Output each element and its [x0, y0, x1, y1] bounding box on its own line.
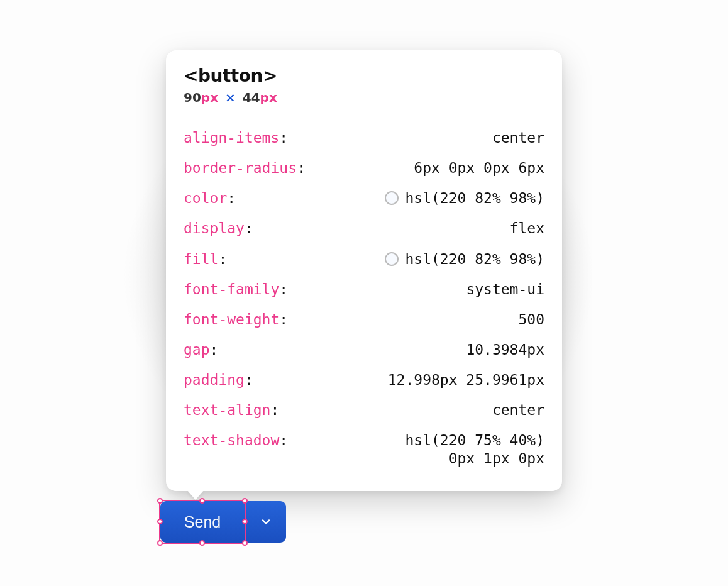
dimension-width-unit: px [201, 90, 218, 105]
css-property-key: padding [184, 372, 253, 387]
css-property-row: align-itemscenter [184, 123, 544, 153]
color-swatch [385, 191, 399, 205]
css-property-value: hsl(220 82% 98%) [385, 191, 544, 206]
css-property-value: hsl(220 82% 98%) [385, 252, 544, 267]
send-button-label: Send [184, 513, 221, 531]
css-property-row: fillhsl(220 82% 98%) [184, 244, 544, 274]
css-property-value: 500 [518, 312, 544, 327]
css-property-value: hsl(220 75% 40%)0px 1px 0px [405, 433, 544, 465]
css-property-row: font-weight500 [184, 304, 544, 334]
css-property-value: 12.998px 25.9961px [388, 372, 544, 387]
send-button-group: Send [160, 501, 286, 543]
css-property-key: color [184, 191, 236, 206]
css-properties-list: align-itemscenterborder-radius6px 0px 0p… [184, 123, 544, 473]
css-property-key: gap [184, 342, 218, 357]
css-property-row: text-shadowhsl(220 75% 40%)0px 1px 0px [184, 425, 544, 473]
css-property-value: 6px 0px 0px 6px [414, 160, 544, 175]
element-dimensions: 90px × 44px [184, 90, 544, 105]
css-property-row: colorhsl(220 82% 98%) [184, 183, 544, 213]
css-property-value: flex [510, 221, 544, 236]
css-inspector-tooltip: <button> 90px × 44px align-itemscenterbo… [166, 50, 562, 491]
css-property-key: display [184, 221, 253, 236]
chevron-down-icon [260, 516, 272, 528]
send-dropdown-button[interactable] [245, 501, 286, 543]
color-swatch [385, 252, 399, 266]
dimension-separator: × [223, 90, 238, 105]
css-property-key: border-radius [184, 160, 306, 175]
css-property-value: center [492, 402, 544, 417]
css-property-key: font-family [184, 282, 288, 297]
css-property-key: text-align [184, 402, 279, 417]
css-property-row: text-aligncenter [184, 395, 544, 425]
element-tag: <button> [184, 65, 544, 86]
css-property-row: displayflex [184, 213, 544, 243]
dimension-height-unit: px [260, 90, 277, 105]
css-property-row: gap10.3984px [184, 334, 544, 365]
css-property-value: system-ui [466, 282, 544, 297]
dimension-width: 90 [184, 90, 201, 105]
send-button[interactable]: Send [160, 501, 245, 543]
css-property-key: fill [184, 252, 227, 267]
css-property-key: align-items [184, 130, 288, 145]
css-property-row: border-radius6px 0px 0px 6px [184, 153, 544, 183]
css-property-value: center [492, 130, 544, 145]
dimension-height: 44 [243, 90, 260, 105]
css-property-key: font-weight [184, 312, 288, 327]
css-property-value: 10.3984px [466, 342, 544, 357]
css-property-row: font-familysystem-ui [184, 274, 544, 304]
css-property-row: padding12.998px 25.9961px [184, 365, 544, 395]
css-property-key: text-shadow [184, 433, 288, 448]
